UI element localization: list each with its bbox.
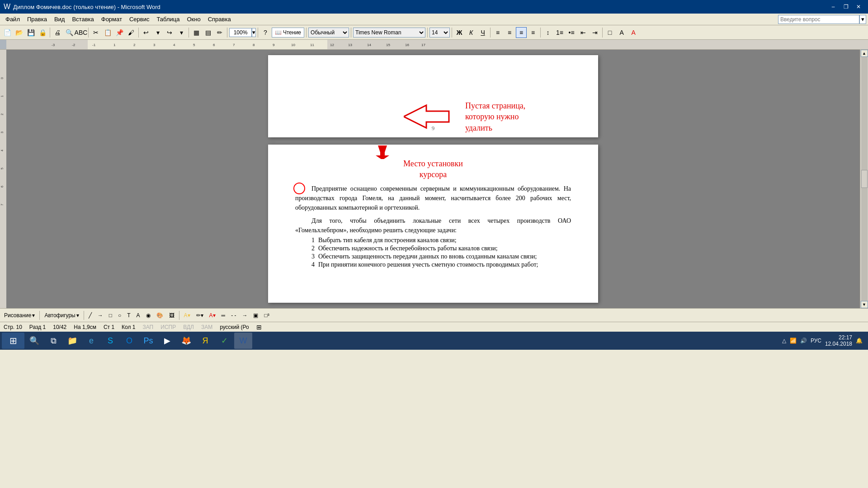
- start-button[interactable]: ⊞: [2, 333, 24, 349]
- text-box-button[interactable]: T: [125, 310, 132, 320]
- new-button[interactable]: 📄: [2, 27, 13, 38]
- format-painter-button[interactable]: 🖌: [126, 27, 137, 38]
- 3d-button[interactable]: □³: [262, 310, 271, 320]
- font-color-button[interactable]: A: [628, 27, 639, 38]
- green-app-button[interactable]: ✓: [215, 333, 233, 349]
- close-button[interactable]: ✕: [853, 2, 864, 11]
- firefox-button[interactable]: 🦊: [177, 333, 195, 349]
- print-button[interactable]: 🖨: [52, 27, 63, 38]
- oval-button[interactable]: ○: [116, 310, 123, 320]
- ruler-corner: [0, 40, 6, 49]
- zoom-dropdown[interactable]: ▾: [252, 28, 256, 37]
- reading-button[interactable]: 📖 Чтение: [272, 28, 304, 38]
- line-style-button[interactable]: ═: [219, 310, 228, 320]
- edge-button[interactable]: e: [82, 333, 100, 349]
- numbered-list-button[interactable]: 1≡: [554, 27, 565, 38]
- skype-button[interactable]: S: [101, 333, 119, 349]
- explorer-button[interactable]: 📁: [63, 333, 81, 349]
- menu-help[interactable]: Справка: [204, 15, 235, 23]
- zoom-input[interactable]: [229, 28, 252, 37]
- task-view-button[interactable]: ⧉: [44, 333, 62, 349]
- scroll-up-button[interactable]: ▲: [861, 50, 868, 57]
- undo-button[interactable]: ↩: [141, 27, 151, 38]
- svg-text:14: 14: [367, 43, 371, 47]
- decrease-indent-button[interactable]: ⇤: [578, 27, 589, 38]
- line-button[interactable]: ╱: [86, 310, 94, 320]
- menu-view[interactable]: Вид: [51, 15, 69, 23]
- clip-art-button[interactable]: 🎨: [154, 310, 165, 320]
- restore-button[interactable]: ❐: [840, 2, 852, 11]
- font-size-select[interactable]: 14: [429, 28, 450, 38]
- minimize-button[interactable]: –: [827, 2, 839, 11]
- scroll-track[interactable]: [861, 57, 868, 170]
- line-spacing-button[interactable]: ↕: [542, 27, 553, 38]
- yandex-button[interactable]: Я: [196, 333, 214, 349]
- align-left-button[interactable]: ≡: [492, 27, 503, 38]
- columns-button[interactable]: ▤: [203, 27, 213, 38]
- print-preview-button[interactable]: 🔍: [64, 27, 75, 38]
- search-button[interactable]: 🔍: [25, 333, 43, 349]
- style-select[interactable]: Обычный: [308, 28, 349, 38]
- scroll-track-bottom[interactable]: [861, 188, 868, 301]
- word-button[interactable]: W: [234, 333, 252, 349]
- arrow-style-button[interactable]: →: [240, 310, 250, 320]
- paste-button[interactable]: 📌: [114, 27, 125, 38]
- save-button[interactable]: 💾: [25, 27, 36, 38]
- undo-dropdown[interactable]: ▾: [152, 27, 163, 38]
- help-button[interactable]: ?: [260, 27, 271, 38]
- bulleted-list-button[interactable]: •≡: [566, 27, 577, 38]
- align-right-button[interactable]: ≡: [516, 27, 527, 38]
- italic-button[interactable]: К: [466, 27, 476, 38]
- permission-button[interactable]: 🔒: [37, 27, 48, 38]
- drawing-button[interactable]: ✏: [214, 27, 225, 38]
- scroll-thumb[interactable]: [861, 170, 868, 188]
- spell-button[interactable]: ABC: [75, 27, 86, 38]
- outside-border-button[interactable]: □: [604, 27, 615, 38]
- drawing-menu-button[interactable]: Рисование▾: [2, 310, 37, 320]
- open-button[interactable]: 📂: [14, 27, 24, 38]
- highlight-button[interactable]: A: [616, 27, 627, 38]
- vertical-scrollbar[interactable]: ▲ ▼: [860, 50, 868, 308]
- align-center-button[interactable]: ≡: [504, 27, 515, 38]
- menu-edit[interactable]: Правка: [24, 15, 51, 23]
- menu-file[interactable]: Файл: [2, 15, 24, 23]
- table-insert-button[interactable]: ▦: [191, 27, 202, 38]
- svg-text:4: 4: [173, 43, 175, 47]
- main-area: 0 1 2 3 4 5 6 7 Пустая страница, которую: [0, 50, 868, 308]
- bold-button[interactable]: Ж: [454, 27, 465, 38]
- menu-table[interactable]: Таблица: [153, 15, 183, 23]
- dash-style-button[interactable]: - -: [229, 310, 238, 320]
- wordart-button[interactable]: A: [134, 310, 142, 320]
- redo-dropdown[interactable]: ▾: [176, 27, 187, 38]
- align-justify-button[interactable]: ≡: [528, 27, 538, 38]
- menu-tools[interactable]: Сервис: [126, 15, 153, 23]
- menu-insert[interactable]: Вставка: [68, 15, 97, 23]
- fill-color-button[interactable]: A▾: [182, 310, 193, 320]
- image-button[interactable]: 🖼: [167, 310, 177, 320]
- autoshapes-button[interactable]: Автофигуры▾: [42, 310, 81, 320]
- copy-button[interactable]: 📋: [102, 27, 113, 38]
- diagram-button[interactable]: ◉: [144, 310, 153, 320]
- scroll-down-button[interactable]: ▼: [861, 301, 868, 308]
- menu-format[interactable]: Формат: [98, 15, 126, 23]
- page-2: Место установки курсора Предприятие осна…: [268, 145, 598, 303]
- status-line: Ст 1: [104, 324, 114, 330]
- line-color-button[interactable]: ✏▾: [194, 310, 206, 320]
- increase-indent-button[interactable]: ⇥: [590, 27, 600, 38]
- underline-button[interactable]: Ч: [477, 27, 488, 38]
- outlook-button[interactable]: O: [120, 333, 138, 349]
- rect-button[interactable]: □: [107, 310, 114, 320]
- cut-button[interactable]: ✂: [90, 27, 101, 38]
- shadow-button[interactable]: ▣: [251, 310, 260, 320]
- font-color-button2[interactable]: A▾: [207, 310, 218, 320]
- arrow-button[interactable]: →: [95, 310, 105, 320]
- search-input[interactable]: [778, 15, 859, 24]
- svg-text:1: 1: [0, 95, 4, 97]
- photoshop-button[interactable]: Ps: [139, 333, 157, 349]
- search-dropdown-icon[interactable]: ▾: [859, 15, 866, 24]
- menu-window[interactable]: Окно: [183, 15, 204, 23]
- svg-text:8: 8: [253, 43, 255, 47]
- media-button[interactable]: ▶: [158, 333, 176, 349]
- redo-button[interactable]: ↪: [164, 27, 175, 38]
- font-select[interactable]: Times New Roman: [353, 28, 425, 38]
